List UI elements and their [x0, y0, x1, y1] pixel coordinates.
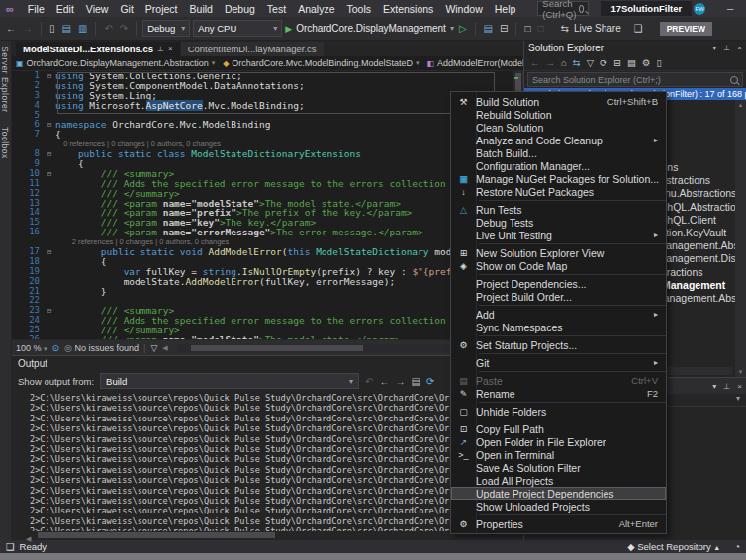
fold-marker-icon[interactable]: ⊟	[44, 306, 55, 316]
code-line[interactable]: 16 /// <param name="errorMessage">The er…	[12, 228, 523, 237]
chevron-down-icon[interactable]: ▾	[736, 394, 740, 406]
menu-item-clean-solution[interactable]: Clean Solution	[451, 121, 666, 134]
menu-item-open-in-terminal[interactable]: >_Open in Terminal	[451, 448, 666, 461]
filter-icon[interactable]: ▽	[150, 343, 157, 353]
pin-icon[interactable]: ⊥	[157, 45, 164, 53]
redo-icon[interactable]: ↷	[118, 23, 130, 34]
goto-previous-message-icon[interactable]: ←	[380, 376, 390, 387]
editor-horizontal-scrollbar[interactable]	[177, 344, 491, 352]
menu-item-debug-tests[interactable]: Debug Tests	[451, 216, 666, 229]
menu-git[interactable]: Git	[114, 2, 139, 16]
menu-item-unhide-folders[interactable]: ▢Unhide Folders	[451, 405, 666, 418]
tool-strip-server-explorer[interactable]: Server Explorer	[0, 47, 11, 113]
maximize-button[interactable]: □	[741, 2, 746, 16]
health-indicator[interactable]: ◎ No issues found	[64, 343, 139, 353]
project-dropdown[interactable]: ▣ OrchardCore.DisplayManagement.Abstract…	[16, 58, 215, 68]
type-dropdown[interactable]: ◆ OrchardCore.Mvc.ModelBinding.ModelStat…	[223, 58, 419, 68]
attach-debugger-icon[interactable]: ▤	[482, 23, 495, 34]
pin-icon[interactable]: ⊥	[723, 44, 730, 52]
menu-item-open-folder-in-file-explorer[interactable]: ↗Open Folder in File Explorer	[451, 435, 666, 448]
bookmark-prev-icon[interactable]: □	[535, 23, 545, 34]
new-file-icon[interactable]: ▯	[47, 23, 57, 34]
user-avatar[interactable]: FW	[694, 3, 705, 15]
start-debugging-button[interactable]: ▶ OrchardCore.DisplayManagement ▾	[285, 23, 454, 34]
zoom-dropdown[interactable]: 100 % ▾	[16, 343, 47, 353]
menu-item-rebuild-solution[interactable]: Rebuild Solution	[451, 108, 666, 121]
find-message-icon[interactable]: ↶	[365, 376, 373, 387]
menu-item-project-dependencies[interactable]: Project Dependencies...	[451, 277, 666, 290]
output-log[interactable]: 2>C:\Users\kiraweiss\source\repos\Quick …	[12, 390, 523, 531]
output-horizontal-scrollbar[interactable]: ◀	[26, 531, 523, 540]
find-in-files-icon[interactable]: ⊟	[498, 23, 510, 34]
save-all-icon[interactable]: ▥	[76, 23, 89, 34]
notifications-bell-icon[interactable]: ◔	[734, 541, 740, 552]
show-all-files-icon[interactable]: ▤	[627, 57, 636, 68]
refresh-icon[interactable]: ⟳	[600, 57, 607, 68]
scroll-left-icon[interactable]: ◀	[162, 344, 167, 352]
menu-item-load-all-projects[interactable]: Load All Projects	[451, 474, 666, 487]
menu-item-git[interactable]: Git▸	[451, 356, 666, 369]
menu-item-show-unloaded-projects[interactable]: Show Unloaded Projects	[451, 500, 666, 513]
preview-button[interactable]: PREVIEW	[660, 22, 712, 36]
select-repository-button[interactable]: ◆ Select Repository ▲	[627, 541, 720, 552]
toggle-word-wrap-icon[interactable]: ⟳	[426, 376, 434, 387]
menu-build[interactable]: Build	[184, 2, 219, 16]
code-line[interactable]: 4using Microsoft.AspNetCore.Mvc.ModelBin…	[12, 101, 523, 111]
menu-item-new-solution-explorer-view[interactable]: ⊞New Solution Explorer View	[451, 246, 666, 259]
menu-item-batch-build[interactable]: Batch Build...	[451, 146, 666, 159]
document-tab[interactable]: ContentItemDi...layManager.cs	[181, 42, 324, 56]
platform-dropdown[interactable]: Any CPU▾	[193, 20, 282, 37]
pending-changes-filter-icon[interactable]: ▽	[587, 57, 594, 68]
fold-marker-icon[interactable]: ⊟	[44, 149, 55, 159]
menu-item-build-solution[interactable]: ⚒Build SolutionCtrl+Shift+B	[451, 95, 666, 108]
menu-item-live-unit-testing[interactable]: Live Unit Testing▸	[451, 229, 666, 241]
solution-explorer-search[interactable]: Search Solution Explorer (Ctrl+;)	[527, 72, 743, 87]
menu-item-manage-nuget-packages-for-solution[interactable]: ▣Manage NuGet Packages for Solution...	[451, 172, 666, 185]
close-icon[interactable]: ×	[737, 44, 742, 52]
navigate-forward-icon[interactable]: →	[21, 23, 35, 34]
menu-view[interactable]: View	[80, 2, 115, 16]
save-icon[interactable]: ▤	[60, 23, 73, 34]
menu-item-save-as-solution-filter[interactable]: Save As Solution Filter	[451, 461, 666, 474]
menu-item-restore-nuget-packages[interactable]: ↓Restore NuGet Packages	[451, 185, 666, 198]
quick-search-box[interactable]: Search (Ctrl+Q)	[537, 1, 589, 16]
close-icon[interactable]: ×	[168, 45, 173, 53]
properties-icon[interactable]: ⚙	[642, 57, 651, 68]
feedback-icon[interactable]: ❑	[632, 23, 645, 34]
menu-item-set-startup-projects[interactable]: ⚙Set Startup Projects...	[451, 338, 666, 351]
browser-link-icon[interactable]: ⊙	[52, 343, 60, 353]
fold-marker-icon[interactable]: ⊟	[44, 169, 55, 179]
fold-marker-icon[interactable]: ⊟	[44, 247, 55, 257]
code-line[interactable]: 21 }	[12, 287, 523, 297]
switch-views-icon[interactable]: ⇆	[573, 57, 581, 68]
menu-edit[interactable]: Edit	[50, 2, 80, 16]
output-source-dropdown[interactable]: Build ▾	[100, 373, 359, 389]
document-tab[interactable]: ModelStateDi...Extensions.cs⊥×	[16, 42, 180, 56]
goto-next-message-icon[interactable]: →	[396, 376, 406, 387]
clear-all-icon[interactable]: ▤	[412, 376, 420, 387]
home-icon[interactable]: ⌂	[561, 57, 567, 68]
window-position-icon[interactable]: ▾	[712, 44, 716, 52]
collapse-all-icon[interactable]: ⊟	[613, 57, 621, 68]
undo-icon[interactable]: ↶	[102, 23, 114, 34]
menu-item-analyze-and-code-cleanup[interactable]: Analyze and Code Cleanup▸	[451, 134, 666, 146]
back-icon[interactable]: ←	[530, 57, 540, 68]
menu-item-copy-full-path[interactable]: ⊡Copy Full Path	[451, 422, 666, 435]
menu-help[interactable]: Help	[489, 2, 522, 16]
fold-marker-icon[interactable]: ⊟	[44, 120, 55, 130]
menu-item-add[interactable]: Add▸	[451, 308, 666, 321]
tool-strip-toolbox[interactable]: Toolbox	[0, 127, 11, 159]
menu-item-configuration-manager[interactable]: Configuration Manager...	[451, 159, 666, 172]
menu-item-rename[interactable]: ✎RenameF2	[451, 387, 666, 400]
start-without-debugging-icon[interactable]: ▷	[457, 23, 469, 34]
fold-marker-icon[interactable]: ⊟	[44, 71, 55, 81]
configuration-dropdown[interactable]: Debug▾	[142, 20, 190, 37]
feedback-icon[interactable]: ❑	[6, 541, 15, 552]
menu-tools[interactable]: Tools	[340, 2, 377, 16]
member-dropdown[interactable]: ◧ AddModelError(ModelStateDictionary mod…	[426, 58, 523, 68]
bookmark-icon[interactable]: □	[522, 23, 532, 34]
tree-vertical-scrollbar[interactable]: ▲ ▼	[735, 100, 746, 377]
menu-item-show-on-code-map[interactable]: ◈Show on Code Map	[451, 259, 666, 272]
menu-debug[interactable]: Debug	[219, 2, 261, 16]
menu-item-sync-namespaces[interactable]: Sync Namespaces	[451, 321, 666, 333]
